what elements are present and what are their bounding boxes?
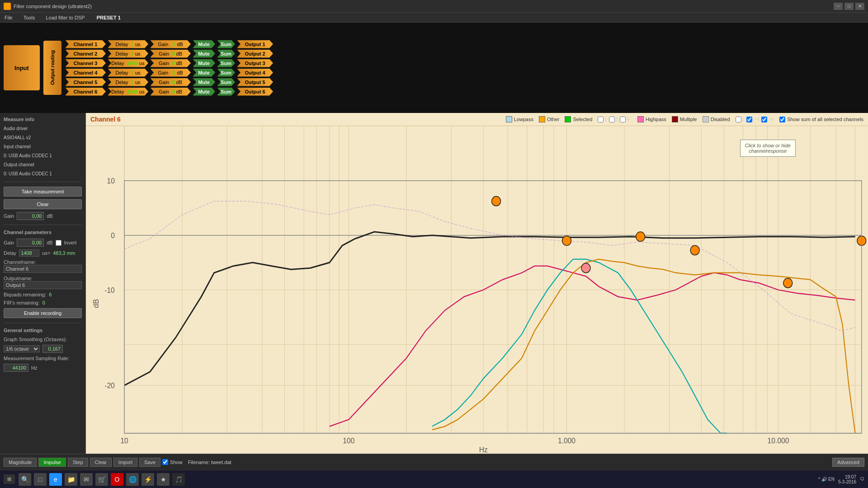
ch-checkbox-6[interactable]: ✓6 [761,117,774,122]
gain-box-2[interactable]: Gain 0 dB [150,50,191,58]
taskbar-store[interactable]: 🛒 [95,473,108,486]
sum-box-4[interactable]: Sum [217,69,235,77]
gain-box-1[interactable]: Gain -5 dB [150,40,191,48]
taskbar-office[interactable]: O [111,473,123,486]
svg-point-52 [783,278,793,288]
ch4-checkbox[interactable] [746,117,752,122]
minimize-button[interactable]: ─ [834,3,843,10]
sum-box-2[interactable]: Sum [217,50,235,58]
channel-box-1[interactable]: Channel 1 [65,40,106,48]
output-box-6[interactable]: Output 6 [237,88,273,96]
mute-box-3[interactable]: Mute [193,59,215,67]
taskbar-ie[interactable]: 🌐 [126,473,139,486]
channel-box-6[interactable]: Channel 6 [65,88,106,96]
gain-box-5[interactable]: Gain 0 dB [150,78,191,86]
menu-file[interactable]: File [2,14,15,21]
taskbar-app1[interactable]: ⚡ [142,473,154,486]
output-box-4[interactable]: Output 4 [237,69,273,77]
take-measurement-button[interactable]: Take measurement [4,187,82,197]
menu-load-filter[interactable]: Load filter to DSP [43,14,87,21]
content-area: Measure info Audio driver ASIO4ALL v2 In… [0,113,868,454]
taskbar-edge[interactable]: e [49,473,62,486]
channel-box-3[interactable]: Channel 3 [65,59,106,67]
output-box-5[interactable]: Output 5 [237,78,273,86]
delay-box-5[interactable]: Delay 0 us [108,78,148,86]
delay-box-4[interactable]: Delay 0 us [108,69,148,77]
ch6-checkbox[interactable] [761,117,767,122]
close-button[interactable]: ✕ [855,3,864,10]
biquads-label: Biquads remaining: [4,292,46,297]
taskbar-mail[interactable]: ✉ [80,473,93,486]
ch-checkbox-5[interactable]: 5 [620,117,629,122]
taskbar-cortana[interactable]: □ [34,473,47,486]
sum-box-1[interactable]: Sum [217,40,235,48]
channel-title: Channel 6 [90,116,121,123]
taskbar-icons: 🔍 □ e 📁 ✉ 🛒 O 🌐 ⚡ ★ 🎵 [19,473,185,486]
delay-box-6[interactable]: Delay 1408 us [108,88,148,96]
taskbar-app2[interactable]: ★ [157,473,170,486]
gain-box-6[interactable]: Gain 0 dB [150,88,191,96]
delay-box-3[interactable]: Delay 1408 us [108,59,148,67]
taskbar-app3[interactable]: 🎵 [172,473,185,486]
clear-button[interactable]: Clear [4,199,82,209]
delay-box-2[interactable]: Delay 0 us [108,50,148,58]
ch-checkbox-1[interactable]: 1 [598,117,607,122]
mute-box-2[interactable]: Mute [193,50,215,58]
output-box-3[interactable]: Output 3 [237,59,273,67]
ch2-checkbox[interactable] [736,117,741,122]
channel-box-4[interactable]: Channel 4 [65,69,106,77]
gain-box-3[interactable]: Gain 0 dB [150,59,191,67]
measure-info-title: Measure info [4,117,82,122]
input-channel-value: 0: USB Audio CODEC 1 [4,153,82,159]
ch3-checkbox[interactable] [609,117,615,122]
channel-box-2[interactable]: Channel 2 [65,50,106,58]
ch-gain-input[interactable] [17,239,44,247]
maximize-button[interactable]: □ [844,3,854,10]
sum-box-6[interactable]: Sum [217,88,235,96]
invert-checkbox[interactable] [56,240,61,246]
sum-box-5[interactable]: Sum [217,78,235,86]
ch-checkbox-3[interactable]: 3 [609,117,618,122]
gain-input[interactable] [17,212,44,220]
graph-svg[interactable]: 10 0 -10 -20 dB 10 100 1.000 10.000 Hz [86,126,868,454]
taskbar-search[interactable]: 🔍 [19,473,31,486]
channel-box-5[interactable]: Channel 5 [65,78,106,86]
menu-tools[interactable]: Tools [21,14,38,21]
taskbar-explorer[interactable]: 📁 [65,473,77,486]
show-sum-checkbox[interactable] [779,117,785,122]
notification-area[interactable]: 🗨 [860,477,864,482]
delay-box-1[interactable]: Delay 0 us [108,40,148,48]
tab-magnitude[interactable]: Magnitude [4,458,37,467]
save-button[interactable]: Save [139,458,160,467]
smoothing-number-input[interactable] [42,345,63,353]
show-checkbox[interactable] [162,459,168,465]
enable-recording-button[interactable]: Enable recording [4,308,82,318]
ch-checkbox-2[interactable]: 2 [736,117,745,122]
ch-gain-unit: dB [47,240,52,245]
sampling-rate-input[interactable] [4,364,28,372]
output-box-1[interactable]: Output 1 [237,40,273,48]
start-button[interactable]: ⊞ [4,474,15,484]
ch5-checkbox[interactable] [620,117,626,122]
mute-box-1[interactable]: Mute [193,40,215,48]
mute-box-5[interactable]: Mute [193,78,215,86]
tab-step[interactable]: Step [68,458,88,467]
gain-label: Gain [4,213,14,219]
outputname-input[interactable] [4,281,82,289]
delay-input[interactable] [19,249,39,257]
mute-box-6[interactable]: Mute [193,88,215,96]
delay-label: Delay [4,250,16,256]
smoothing-select[interactable]: 1/6 octave [4,345,40,352]
ch-checkbox-4[interactable]: ✓4 [746,117,760,122]
ch1-checkbox[interactable] [598,117,604,122]
sum-box-3[interactable]: Sum [217,59,235,67]
channelname-input[interactable] [4,265,82,273]
mute-box-4[interactable]: Mute [193,69,215,77]
bottom-clear-button[interactable]: Clear [90,458,112,467]
gain-box-4[interactable]: Gain -5 dB [150,69,191,77]
output-box-2[interactable]: Output 2 [237,50,273,58]
advanced-button[interactable]: Advanced [832,458,864,467]
tab-impulse[interactable]: Impulse [38,458,66,467]
graph-container[interactable]: Click to show or hidechannelresponse [86,126,868,454]
import-button[interactable]: Import [113,458,137,467]
